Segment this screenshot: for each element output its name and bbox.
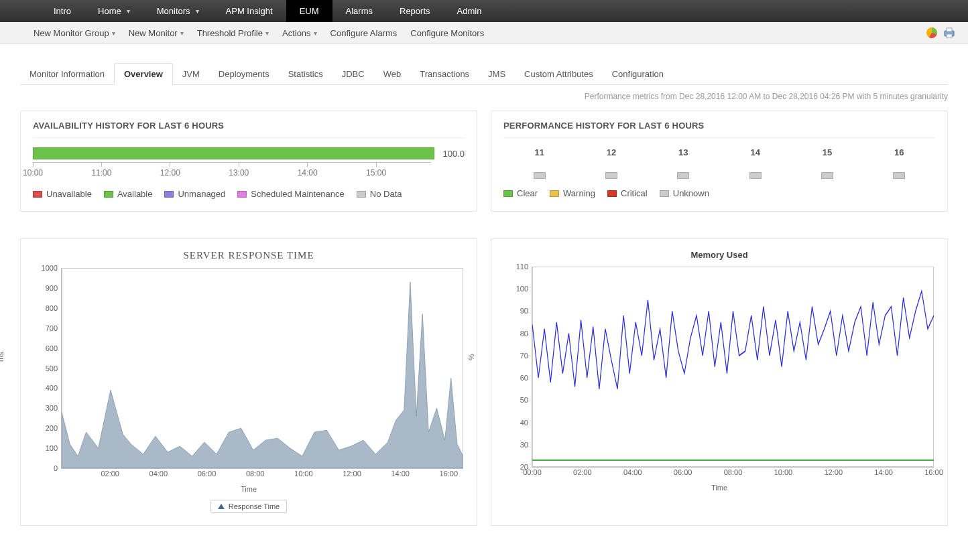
subnav-new-monitor[interactable]: New Monitor▾ [122, 28, 190, 38]
availability-value: 100.0 [442, 149, 465, 159]
availability-tick: 13:00 [229, 168, 249, 178]
availability-tick: 10:00 [23, 168, 43, 178]
chevron-down-icon: ▾ [180, 29, 184, 37]
chart-response-time: SERVER RESPONSE TIME ms 0100200300400500… [20, 238, 477, 526]
chart-legend-response: Response Time [27, 500, 470, 513]
ytick: 110 [501, 263, 528, 271]
legend-swatch [607, 190, 617, 197]
perf-hour-col: 16 [893, 147, 905, 179]
xtick: 02:00 [573, 468, 592, 476]
performance-legend: ClearWarningCriticalUnknown [503, 188, 935, 198]
availability-legend: UnavailableAvailableUnmanagedScheduled M… [33, 189, 465, 199]
perf-hour-col: 13 [677, 147, 689, 179]
perf-hour-label: 13 [677, 147, 689, 157]
availability-axis: 10:0011:0012:0013:0014:0015:00 [33, 162, 431, 180]
chevron-down-icon: ▾ [314, 29, 317, 37]
perf-hour-col: 11 [534, 147, 546, 179]
tab-custom-attributes[interactable]: Custom Attributes [515, 64, 603, 84]
tab-statistics[interactable]: Statistics [279, 64, 332, 84]
tab-monitor-information[interactable]: Monitor Information [20, 64, 114, 84]
legend-swatch [164, 191, 174, 198]
svg-rect-3 [947, 34, 952, 38]
legend-item: Clear [503, 188, 538, 198]
ytick: 100 [31, 444, 58, 452]
subnav-actions[interactable]: Actions▾ [276, 28, 324, 38]
legend-label: Warning [563, 188, 595, 198]
panel-title-performance: PERFORMANCE HISTORY FOR LAST 6 HOURS [503, 121, 935, 138]
ytick: 300 [31, 404, 58, 412]
subnav-threshold-profile[interactable]: Threshold Profile▾ [190, 28, 276, 38]
nav-reports[interactable]: Reports [386, 0, 444, 22]
nav-admin[interactable]: Admin [444, 0, 495, 22]
legend-label: Clear [517, 188, 538, 198]
nav-alarms[interactable]: Alarms [332, 0, 386, 22]
performance-columns: 111213141516 [503, 147, 935, 179]
panel-availability: AVAILABILITY HISTORY FOR LAST 6 HOURS 10… [20, 111, 477, 212]
tab-configuration[interactable]: Configuration [603, 64, 673, 84]
xtick: 06:00 [198, 470, 217, 478]
perf-hour-col: 12 [605, 147, 617, 179]
chevron-down-icon: ▾ [196, 7, 199, 15]
tab-jvm[interactable]: JVM [173, 64, 209, 84]
legend-swatch [357, 191, 366, 198]
tab-overview[interactable]: Overview [114, 63, 173, 85]
subnav-configure-alarms[interactable]: Configure Alarms [324, 28, 404, 38]
xtick: 10:00 [294, 470, 313, 478]
legend-item: Unmanaged [164, 189, 225, 199]
legend-label: Critical [621, 188, 648, 198]
nav-apm-insight[interactable]: APM Insight [213, 0, 286, 22]
subnav-configure-monitors[interactable]: Configure Monitors [404, 28, 491, 38]
legend-label: Unknown [673, 188, 709, 198]
yaxis-label-response: ms [0, 352, 5, 362]
top-nav: IntroHome▾Monitors▾APM InsightEUMAlarmsR… [0, 0, 968, 22]
tab-bar: Monitor InformationOverviewJVMDeployment… [20, 63, 948, 85]
chevron-down-icon: ▾ [127, 7, 130, 15]
legend-label: Available [117, 189, 153, 199]
ytick: 700 [31, 324, 58, 332]
xtick: 16:00 [924, 468, 943, 476]
perf-hour-label: 16 [893, 147, 905, 157]
legend-label: Unmanaged [178, 189, 225, 199]
tab-transactions[interactable]: Transactions [410, 64, 479, 84]
pie-chart-icon[interactable] [925, 26, 939, 40]
xtick: 02:00 [101, 470, 119, 478]
print-icon[interactable] [943, 26, 956, 40]
metrics-timestamp: Performance metrics from Dec 28,2016 12:… [20, 92, 948, 101]
ytick: 200 [31, 424, 58, 432]
ytick: 1000 [31, 264, 58, 272]
legend-label: Scheduled Maintenance [251, 189, 345, 199]
legend-swatch [550, 190, 559, 197]
tab-jms[interactable]: JMS [479, 64, 515, 84]
sub-nav: New Monitor Group▾New Monitor▾Threshold … [0, 22, 968, 44]
ytick: 900 [31, 284, 58, 292]
ytick: 100 [501, 285, 528, 293]
xtick: 14:00 [391, 470, 410, 478]
yaxis-label-memory: % [467, 354, 475, 360]
ytick: 70 [501, 352, 528, 360]
perf-hour-col: 15 [821, 147, 833, 179]
perf-status-box [893, 172, 905, 179]
xtick: 12:00 [824, 468, 843, 476]
xaxis-label-response: Time [27, 485, 470, 493]
perf-hour-label: 15 [821, 147, 833, 157]
legend-item: Warning [550, 188, 595, 198]
legend-swatch [104, 191, 113, 198]
perf-hour-label: 14 [749, 147, 762, 157]
legend-swatch [660, 190, 669, 197]
nav-eum[interactable]: EUM [286, 0, 332, 22]
ytick: 30 [501, 441, 528, 449]
tab-jdbc[interactable]: JDBC [332, 64, 374, 84]
tab-web[interactable]: Web [374, 64, 411, 84]
subnav-new-monitor-group[interactable]: New Monitor Group▾ [27, 28, 122, 38]
nav-intro[interactable]: Intro [40, 0, 84, 22]
chart-title-response: SERVER RESPONSE TIME [27, 250, 470, 261]
perf-hour-label: 12 [605, 147, 617, 157]
nav-home[interactable]: Home▾ [84, 0, 143, 22]
availability-tick: 11:00 [91, 168, 111, 178]
chart-memory-used: Memory Used % 2030405060708090100110 00:… [491, 238, 948, 526]
nav-monitors[interactable]: Monitors▾ [143, 0, 213, 22]
plot-memory-used: 2030405060708090100110 00:0002:0004:0006… [532, 267, 934, 468]
ytick: 90 [501, 307, 528, 315]
tab-deployments[interactable]: Deployments [209, 64, 279, 84]
availability-bar [33, 147, 434, 159]
